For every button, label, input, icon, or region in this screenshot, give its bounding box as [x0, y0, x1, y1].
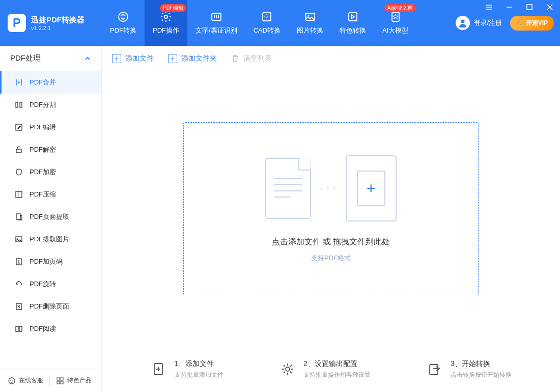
chevron-up-icon	[84, 55, 91, 62]
extract-page-icon	[14, 212, 23, 221]
svg-point-28	[286, 367, 290, 371]
sidebar-item-encrypt[interactable]: PDF加密	[0, 161, 101, 183]
tab-pdf-operate[interactable]: PDF编辑 PDF操作	[145, 0, 187, 46]
sidebar-item-rotate[interactable]: PDF旋转	[0, 273, 101, 295]
svg-point-1	[119, 12, 128, 21]
edit-icon	[14, 123, 23, 132]
sidebar-item-edit[interactable]: PDF编辑	[0, 116, 101, 138]
support-icon	[8, 377, 16, 385]
document-icon	[265, 158, 311, 219]
menu-button[interactable]	[479, 0, 499, 14]
step-config-icon	[279, 360, 296, 378]
vip-button[interactable]: 👑 开通VIP	[510, 16, 554, 31]
step-add-icon	[150, 360, 167, 378]
tab-image[interactable]: 图片转换	[289, 0, 331, 46]
clear-list-button[interactable]: 清空列表	[231, 54, 272, 63]
rotate-icon	[14, 279, 23, 289]
svg-rect-14	[16, 191, 22, 198]
tab-ai[interactable]: AI解读文档 AI大模型	[374, 0, 416, 46]
products-icon	[56, 377, 64, 385]
convert-icon	[117, 11, 129, 23]
sidebar-item-decrypt[interactable]: PDF解密	[0, 138, 101, 161]
sidebar-item-split[interactable]: PDF分割	[0, 94, 101, 116]
logo-area: P 迅捷PDF转换器 v1.2.2.1	[0, 0, 102, 46]
sidebar-item-compress[interactable]: PDF压缩	[0, 183, 101, 206]
svg-rect-15	[16, 214, 20, 219]
tab-ocr[interactable]: 文字/票证识别	[187, 0, 245, 46]
svg-point-22	[12, 380, 13, 381]
svg-point-20	[9, 378, 15, 384]
ai-icon	[389, 11, 402, 23]
maximize-button[interactable]	[519, 0, 540, 14]
step-2: 2、设置输出配置 支持批量操作和各种设置	[279, 359, 371, 379]
sidebar-item-extract-image[interactable]: PDF提取图片	[0, 228, 101, 250]
sidebar-item-extract-page[interactable]: PDF页面提取	[0, 206, 101, 228]
arrows-icon: › › ›	[320, 184, 337, 192]
sidebar-header[interactable]: PDF处理	[0, 46, 101, 71]
merge-icon	[14, 78, 23, 87]
avatar[interactable]	[456, 16, 470, 30]
dropzone-subtext: 支持PDF格式	[311, 254, 351, 263]
svg-rect-4	[263, 13, 271, 21]
split-icon	[14, 100, 23, 109]
tab-cad[interactable]: CAD转换	[245, 0, 289, 46]
main-tabs: PDF转换 PDF编辑 PDF操作 文字/票证识别 CAD转换 图片转换 特色转…	[102, 0, 456, 46]
support-link[interactable]: 在线客服	[19, 376, 43, 385]
app-version: v1.2.2.1	[31, 25, 85, 31]
svg-rect-24	[61, 378, 63, 380]
svg-rect-25	[57, 381, 60, 384]
read-icon	[14, 324, 23, 333]
app-title: 迅捷PDF转换器	[31, 15, 85, 25]
main-area: + 添加文件 + 添加文件夹 清空列表	[102, 46, 560, 392]
svg-rect-10	[16, 102, 18, 107]
sidebar-item-delete-page[interactable]: PDF删除页面	[0, 295, 101, 318]
special-icon	[347, 11, 359, 23]
add-folder-button[interactable]: + 添加文件夹	[168, 54, 217, 63]
app-logo-icon: P	[8, 14, 26, 32]
toolbar: + 添加文件 + 添加文件夹 清空列表	[102, 46, 560, 71]
tab-badge: AI解读文档	[384, 4, 415, 12]
minimize-button[interactable]	[499, 0, 519, 14]
svg-rect-29	[430, 365, 438, 375]
svg-rect-13	[16, 149, 21, 153]
target-icon: +	[346, 155, 397, 221]
lock-icon	[14, 167, 23, 177]
gear-icon	[160, 11, 172, 23]
svg-rect-11	[20, 102, 22, 107]
sidebar: PDF处理 PDF合并 PDF分割 PDF编辑 PDF解密 PDF加密	[0, 46, 102, 392]
sidebar-item-read[interactable]: PDF阅读	[0, 318, 101, 340]
close-button[interactable]	[540, 0, 560, 14]
sidebar-title: PDF处理	[10, 53, 41, 63]
pagenumber-icon	[14, 257, 23, 266]
header: P 迅捷PDF转换器 v1.2.2.1 PDF转换 PDF编辑 PDF操作 文字…	[0, 0, 560, 46]
products-link[interactable]: 特色产品	[67, 376, 92, 385]
tab-pdf-convert[interactable]: PDF转换	[102, 0, 145, 46]
svg-rect-26	[61, 381, 63, 384]
compress-icon	[14, 190, 23, 199]
cad-icon	[261, 11, 273, 23]
image-icon	[304, 11, 316, 23]
dropzone-graphic: › › › +	[265, 155, 397, 221]
svg-point-9	[461, 20, 464, 23]
svg-rect-23	[57, 378, 60, 380]
plus-icon: +	[168, 54, 177, 63]
dropzone-text: 点击添加文件 或 拖拽文件到此处	[272, 237, 390, 247]
plus-icon: +	[112, 54, 121, 63]
extract-image-icon	[14, 235, 23, 244]
delete-page-icon	[14, 302, 23, 311]
step-3: 3、开始转换 点击转换按钮开始转换	[426, 359, 512, 379]
login-link[interactable]: 登录/注册	[474, 18, 502, 27]
dropzone[interactable]: › › › + 点击添加文件 或 拖拽文件到此处 支持PDF格式	[183, 122, 479, 295]
unlock-icon	[14, 145, 23, 154]
svg-point-2	[164, 15, 167, 18]
sidebar-item-pagenumber[interactable]: PDF加页码	[0, 250, 101, 273]
step-convert-icon	[426, 360, 443, 378]
steps: 1、添加文件 支持批量添加文件 2、设置输出配置 支持批量操作和各种设置 3、开…	[102, 346, 560, 392]
tab-special[interactable]: 特色转换	[331, 0, 374, 46]
sidebar-item-merge[interactable]: PDF合并	[0, 71, 101, 94]
ocr-icon	[210, 11, 222, 23]
add-file-button[interactable]: + 添加文件	[112, 54, 154, 63]
svg-rect-7	[349, 13, 357, 21]
trash-icon	[231, 54, 239, 63]
step-1: 1、添加文件 支持批量添加文件	[150, 359, 223, 379]
